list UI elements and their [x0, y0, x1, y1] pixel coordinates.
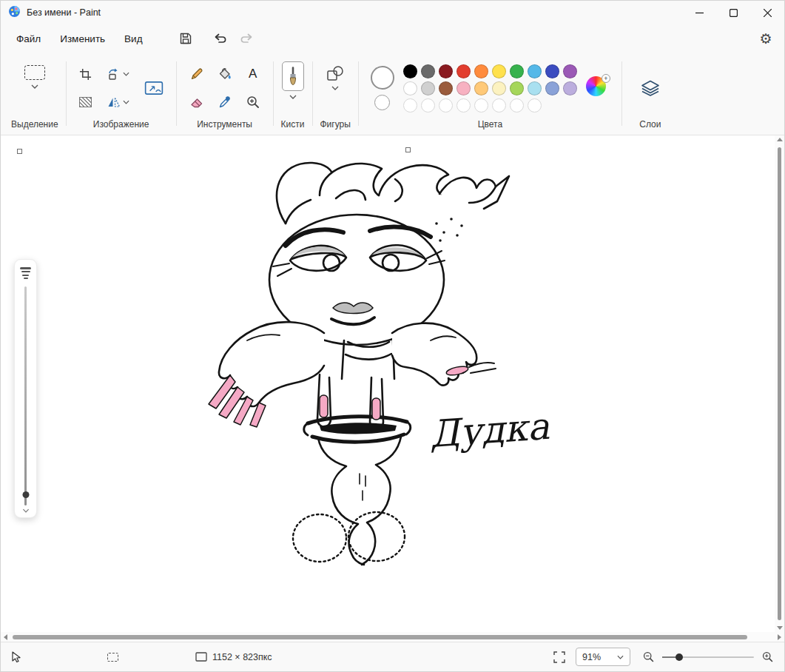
group-label-tools: Инструменты: [197, 118, 252, 132]
vertical-scrollbar-thumb[interactable]: [778, 147, 781, 620]
shapes-button[interactable]: [323, 61, 347, 94]
color-swatch[interactable]: [528, 81, 542, 95]
chevron-down-icon[interactable]: [289, 95, 297, 99]
color-swatch-empty[interactable]: [456, 98, 471, 112]
color-swatch[interactable]: [545, 64, 559, 78]
horizontal-scrollbar-thumb[interactable]: [13, 635, 747, 639]
group-layers: Слои: [624, 53, 677, 135]
settings-button[interactable]: ⚙: [753, 27, 778, 50]
window-title: Без имени - Paint: [27, 7, 101, 18]
zoom-slider-handle[interactable]: [675, 653, 683, 661]
scroll-down-icon[interactable]: [777, 626, 783, 630]
zoom-in-button[interactable]: [761, 651, 774, 663]
color-swatch[interactable]: [492, 64, 506, 78]
menubar: Файл Изменить Вид ⚙: [1, 24, 784, 53]
edit-colors-button[interactable]: +: [586, 76, 610, 100]
fill-button[interactable]: [213, 63, 237, 85]
group-image: Изображение: [68, 53, 175, 135]
menu-file[interactable]: Файл: [7, 29, 50, 49]
color-swatch-empty[interactable]: [528, 98, 542, 112]
sketch-drawing: Дудка: [25, 155, 770, 632]
ribbon-separator: [176, 61, 177, 126]
shapes-icon: [326, 65, 344, 81]
vertical-scrollbar[interactable]: [775, 135, 784, 632]
crop-button[interactable]: [74, 63, 98, 85]
color-swatch[interactable]: [421, 81, 435, 95]
canvas-size-icon: [195, 652, 207, 662]
ribbon: Выделение: [1, 53, 784, 135]
group-selection: Выделение: [5, 53, 64, 135]
pencil-button[interactable]: [185, 63, 209, 85]
color-swatch[interactable]: [456, 64, 471, 78]
color-swatch[interactable]: [510, 81, 524, 95]
palette-row-1: [403, 64, 577, 78]
selection-button[interactable]: [23, 61, 47, 93]
size-slider-track[interactable]: [24, 286, 27, 506]
color-swatch[interactable]: [439, 64, 453, 78]
horizontal-scrollbar[interactable]: [1, 632, 784, 642]
color-swatch-empty[interactable]: [421, 98, 435, 112]
color-1[interactable]: [371, 66, 394, 90]
resize-button[interactable]: [139, 73, 169, 103]
undo-button[interactable]: [209, 27, 234, 50]
color-swatch[interactable]: [403, 64, 417, 78]
color-swatch[interactable]: [563, 81, 577, 95]
thickness-icon: [20, 267, 31, 279]
color-swatch[interactable]: [528, 64, 542, 78]
save-icon: [179, 32, 192, 45]
magnifier-button[interactable]: [241, 91, 265, 113]
workspace: Дудка: [1, 135, 784, 632]
color-swatch[interactable]: [403, 81, 417, 95]
canvas-resize-handle-topcenter[interactable]: [405, 147, 411, 152]
canvas-resize-handle-topleft[interactable]: [17, 149, 22, 154]
layers-button[interactable]: [636, 75, 665, 101]
group-label-colors: Цвета: [478, 118, 502, 132]
color-swatch-empty[interactable]: [492, 98, 506, 112]
fit-to-window-button[interactable]: [553, 651, 565, 663]
color-swatch-empty[interactable]: [439, 98, 453, 112]
color-swatch[interactable]: [474, 81, 488, 95]
color-swatch-empty[interactable]: [510, 98, 524, 112]
paint-window: Без имени - Paint Файл Изменить Вид ⚙: [0, 0, 785, 672]
zoom-dropdown[interactable]: 91%: [576, 648, 630, 666]
close-button[interactable]: [750, 1, 784, 24]
color-swatch[interactable]: [474, 64, 488, 78]
group-colors: + Цвета: [360, 53, 620, 135]
scroll-right-icon[interactable]: [778, 634, 781, 640]
color-swatch-empty[interactable]: [474, 98, 488, 112]
group-label-brushes: Кисти: [281, 118, 305, 132]
scroll-up-icon[interactable]: [777, 138, 783, 141]
color-swatch[interactable]: [545, 81, 559, 95]
color-swatch[interactable]: [439, 81, 453, 95]
fill-bucket-icon: [218, 67, 232, 81]
color-swatch-empty[interactable]: [403, 98, 417, 112]
zoom-out-icon: [642, 651, 655, 663]
color-swatch[interactable]: [492, 81, 506, 95]
size-slider-handle[interactable]: [22, 491, 29, 498]
eraser-button[interactable]: [185, 91, 209, 113]
color-swatch[interactable]: [510, 64, 524, 78]
drawing-canvas[interactable]: Дудка: [25, 155, 770, 632]
text-button[interactable]: A: [241, 63, 265, 85]
redo-button[interactable]: [234, 27, 259, 50]
maximize-button[interactable]: [716, 1, 750, 24]
menu-edit[interactable]: Изменить: [50, 29, 115, 49]
color-swatch[interactable]: [456, 81, 471, 95]
color-swatch[interactable]: [563, 64, 577, 78]
brush-tool-button[interactable]: [282, 61, 304, 91]
menu-view[interactable]: Вид: [115, 29, 152, 49]
zoom-out-button[interactable]: [642, 651, 655, 663]
scroll-left-icon[interactable]: [4, 634, 7, 640]
flip-button[interactable]: [102, 91, 135, 113]
zoom-slider[interactable]: [662, 648, 754, 666]
color-swatch[interactable]: [421, 64, 435, 78]
minimize-button[interactable]: [682, 1, 716, 24]
color-palette: [403, 64, 577, 112]
selection-pattern-button[interactable]: [74, 91, 98, 113]
rotate-button[interactable]: [102, 63, 135, 85]
color-2[interactable]: [374, 95, 390, 110]
eyedropper-button[interactable]: [213, 91, 237, 113]
chevron-down-icon: [617, 655, 624, 659]
save-button[interactable]: [173, 27, 198, 50]
chevron-down-icon[interactable]: [22, 508, 29, 513]
